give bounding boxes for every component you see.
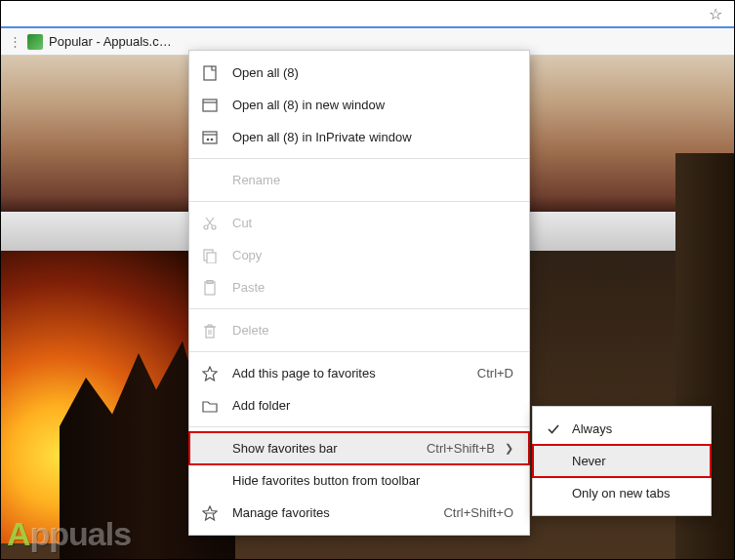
menu-add-folder[interactable]: Add folder: [189, 389, 529, 421]
menu-shortcut: Ctrl+Shift+O: [443, 505, 513, 520]
menu-separator: [189, 158, 529, 159]
submenu-show-favorites-bar: Always Never Only on new tabs: [532, 406, 712, 516]
inprivate-window-icon: [201, 129, 219, 146]
blank-icon: [201, 472, 219, 490]
menu-separator: [189, 201, 529, 202]
star-settings-icon: [201, 504, 219, 522]
submenu-never[interactable]: Never: [533, 445, 711, 477]
svg-point-8: [212, 225, 216, 229]
menu-label: Open all (8): [232, 65, 513, 80]
submenu-always[interactable]: Always: [533, 413, 711, 445]
menu-cut: Cut: [189, 207, 529, 239]
menu-label: Show favorites bar: [232, 441, 427, 456]
blank-icon: [201, 440, 219, 458]
menu-separator: [189, 308, 529, 309]
menu-delete: Delete: [189, 314, 529, 346]
trash-icon: [201, 322, 219, 340]
bookmark-favicon: [27, 34, 43, 50]
svg-point-6: [211, 138, 214, 140]
blank-icon: [201, 172, 219, 189]
svg-rect-1: [203, 100, 217, 111]
menu-paste: Paste: [189, 271, 529, 303]
menu-label: Manage favorites: [232, 505, 443, 520]
menu-shortcut: Ctrl+Shift+B: [427, 441, 495, 456]
menu-open-all[interactable]: Open all (8): [189, 57, 529, 89]
check-icon: [545, 422, 562, 436]
menu-separator: [189, 351, 529, 352]
menu-add-page-to-favorites[interactable]: Add this page to favorites Ctrl+D: [189, 357, 529, 389]
bookmark-item-label[interactable]: Popular - Appuals.c…: [49, 34, 172, 49]
svg-point-7: [204, 225, 208, 229]
svg-point-5: [207, 138, 210, 140]
folder-icon: [201, 397, 219, 415]
svg-rect-12: [207, 253, 216, 263]
bookmarks-overflow-icon[interactable]: ⋮: [9, 34, 21, 49]
browser-toolbar: ☆: [1, 1, 734, 28]
svg-rect-3: [203, 132, 217, 143]
context-menu: Open all (8) Open all (8) in new window …: [188, 50, 530, 536]
svg-line-10: [206, 218, 213, 226]
star-icon: [201, 365, 219, 382]
menu-label: Open all (8) in new window: [232, 98, 513, 112]
watermark-text: Appuals: [7, 515, 131, 553]
menu-open-all-inprivate[interactable]: Open all (8) in InPrivate window: [189, 121, 529, 153]
menu-label: Open all (8) in InPrivate window: [232, 130, 513, 144]
svg-rect-0: [204, 66, 216, 80]
menu-rename: Rename: [189, 164, 529, 196]
menu-label: Cut: [232, 216, 513, 230]
svg-rect-15: [206, 327, 214, 338]
submenu-label: Only on new tabs: [572, 486, 670, 500]
chevron-right-icon: ❯: [505, 442, 513, 455]
menu-label: Add this page to favorites: [232, 366, 477, 380]
favorite-star-icon[interactable]: ☆: [709, 5, 722, 23]
menu-label: Copy: [232, 248, 513, 262]
menu-shortcut: Ctrl+D: [477, 366, 513, 380]
menu-copy: Copy: [189, 239, 529, 271]
menu-show-favorites-bar[interactable]: Show favorites bar Ctrl+Shift+B ❯: [189, 432, 529, 464]
submenu-only-new-tabs[interactable]: Only on new tabs: [533, 477, 711, 509]
clipboard-icon: [201, 279, 219, 297]
menu-label: Hide favorites button from toolbar: [232, 473, 513, 488]
window-icon: [201, 97, 219, 114]
svg-line-9: [208, 218, 215, 226]
menu-label: Paste: [232, 280, 513, 295]
submenu-label: Always: [572, 421, 612, 436]
document-icon: [201, 64, 219, 82]
scissors-icon: [201, 215, 219, 232]
menu-separator: [189, 426, 529, 427]
copy-icon: [201, 247, 219, 264]
menu-label: Rename: [232, 173, 513, 187]
menu-open-all-new-window[interactable]: Open all (8) in new window: [189, 89, 529, 121]
menu-manage-favorites[interactable]: Manage favorites Ctrl+Shift+O: [189, 497, 529, 529]
menu-label: Delete: [232, 323, 513, 338]
menu-label: Add folder: [232, 398, 513, 413]
menu-hide-favorites-button[interactable]: Hide favorites button from toolbar: [189, 464, 529, 497]
submenu-label: Never: [572, 454, 606, 468]
